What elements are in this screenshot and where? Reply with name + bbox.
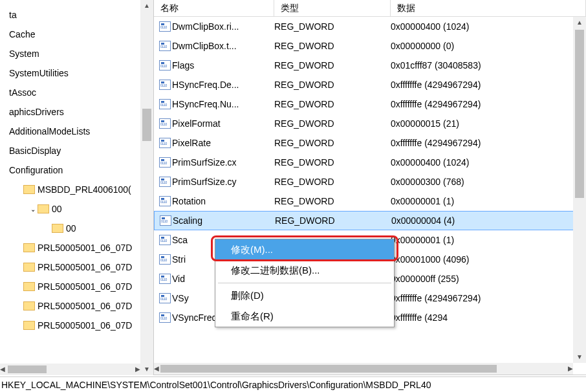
tree-item[interactable]: PRL50005001_06_07D: [0, 277, 140, 296]
cell-type: REG_DWORD: [274, 157, 391, 168]
cell-data: 0xfffffffe (4294967294): [391, 80, 586, 90]
ctx-modify-binary[interactable]: 修改二进制数据(B)...: [215, 260, 394, 281]
tree-label: SystemUtilities: [9, 68, 69, 78]
reg-dword-icon: [154, 157, 172, 168]
scroll-left-icon[interactable]: ◀: [0, 364, 5, 375]
tree-item[interactable]: SystemUtilities: [0, 63, 140, 83]
cell-data: 0x00000001 (1): [391, 196, 586, 206]
column-header[interactable]: 名称 类型 数据: [154, 0, 586, 17]
scroll-left-icon[interactable]: ◀: [154, 363, 159, 375]
folder-icon: [23, 282, 35, 291]
scroll-up-icon[interactable]: ▲: [144, 0, 150, 12]
cell-type: REG_DWORD: [274, 99, 391, 109]
tree-label: Cache: [9, 29, 35, 39]
tree-label: AdditionalModeLists: [9, 126, 90, 136]
tree-item[interactable]: MSBDD_PRL4006100(: [0, 180, 140, 199]
cell-type: REG_DWORD: [274, 177, 391, 187]
cell-data: 0x00001000 (4096): [391, 254, 586, 265]
scroll-down-icon[interactable]: ▼: [144, 364, 150, 375]
tree-item[interactable]: AdditionalModeLists: [0, 122, 140, 141]
scroll-right-icon[interactable]: ▶: [568, 363, 573, 375]
reg-dword-icon: [154, 274, 172, 284]
cell-type: REG_DWORD: [274, 196, 391, 206]
tree-item[interactable]: PRL50005001_06_07D: [0, 316, 140, 335]
tree-item[interactable]: PRL50005001_06_07D: [0, 238, 140, 257]
tree-label: 00: [52, 204, 62, 214]
reg-dword-icon: [155, 215, 173, 226]
ctx-modify[interactable]: 修改(M)...: [215, 239, 394, 260]
table-row[interactable]: PrimSurfSize.cyREG_DWORD0x00000300 (768): [154, 172, 586, 191]
table-row[interactable]: PrimSurfSize.cxREG_DWORD0x00000400 (1024…: [154, 153, 586, 172]
scroll-thumb[interactable]: [142, 109, 151, 141]
cell-data: 0x00000400 (1024): [391, 21, 586, 32]
table-row[interactable]: PixelFormatREG_DWORD0x00000015 (21): [154, 114, 586, 133]
table-row[interactable]: HSyncFreq.De...REG_DWORD0xfffffffe (4294…: [154, 75, 586, 94]
ctx-delete[interactable]: 删除(D): [215, 285, 394, 306]
tree-label: PRL50005001_06_07D: [38, 301, 132, 311]
tree-item[interactable]: PRL50005001_06_07D: [0, 257, 140, 277]
table-row[interactable]: HSyncFreq.Nu...REG_DWORD0xfffffffe (4294…: [154, 94, 586, 114]
col-data[interactable]: 数据: [391, 0, 586, 16]
reg-dword-icon: [154, 254, 172, 265]
col-name[interactable]: 名称: [154, 0, 274, 16]
tree-horizontal-scrollbar[interactable]: ◀ ▶: [0, 364, 140, 375]
cell-name: PixelRate: [172, 138, 274, 148]
folder-icon: [23, 243, 35, 252]
tree-label: MSBDD_PRL4006100(: [38, 184, 131, 195]
table-row[interactable]: DwmClipBox.t...REG_DWORD0x00000000 (0): [154, 36, 586, 56]
list-horizontal-scrollbar[interactable]: ◀ ▶: [154, 363, 573, 375]
tree-item[interactable]: ⌄00: [0, 199, 140, 219]
col-type[interactable]: 类型: [274, 0, 391, 16]
tree-label: PRL50005001_06_07D: [38, 320, 132, 331]
tree-item[interactable]: 00: [0, 219, 140, 238]
table-row[interactable]: FlagsREG_DWORD0x01cfff87 (30408583): [154, 56, 586, 75]
reg-dword-icon: [154, 196, 172, 206]
folder-icon: [38, 204, 49, 213]
tree-item[interactable]: Cache: [0, 25, 140, 44]
scroll-thumb[interactable]: [8, 365, 47, 373]
table-row[interactable]: ScalingREG_DWORD0x00000004 (4): [154, 211, 586, 230]
reg-dword-icon: [154, 41, 172, 51]
context-menu: 修改(M)... 修改二进制数据(B)... 删除(D) 重命名(R): [215, 239, 395, 327]
reg-dword-icon: [154, 118, 172, 129]
cell-data: 0x01cfff87 (30408583): [391, 60, 586, 71]
tree-vertical-scrollbar[interactable]: ▲ ▼: [140, 0, 153, 375]
list-vertical-scrollbar[interactable]: ▲ ▼: [573, 17, 586, 363]
cell-name: PrimSurfSize.cy: [172, 177, 274, 187]
ctx-separator: [218, 283, 391, 283]
folder-icon: [23, 185, 35, 194]
tree-label: 00: [66, 223, 76, 234]
tree-item[interactable]: BasicDisplay: [0, 141, 140, 160]
table-row[interactable]: PixelRateREG_DWORD0xfffffffe (4294967294…: [154, 133, 586, 153]
tree-label: PRL50005001_06_07D: [38, 262, 132, 272]
tree-item[interactable]: PRL50005001_06_07D: [0, 296, 140, 316]
ctx-rename[interactable]: 重命名(R): [215, 306, 394, 327]
cell-data: 0x00000015 (21): [391, 118, 586, 129]
reg-dword-icon: [154, 99, 172, 109]
folder-icon: [23, 321, 35, 330]
tree-item[interactable]: aphicsDrivers: [0, 102, 140, 122]
cell-name: PrimSurfSize.cx: [172, 157, 274, 168]
scroll-right-icon[interactable]: ▶: [135, 364, 140, 375]
scroll-down-icon[interactable]: ▼: [576, 351, 583, 363]
table-row[interactable]: RotationREG_DWORD0x00000001 (1): [154, 191, 586, 211]
reg-dword-icon: [154, 138, 172, 148]
tree-item[interactable]: ta: [0, 5, 140, 25]
cell-type: REG_DWORD: [274, 41, 391, 51]
tree-item[interactable]: System: [0, 44, 140, 63]
cell-type: REG_DWORD: [274, 118, 391, 129]
scroll-up-icon[interactable]: ▲: [576, 17, 583, 28]
collapse-icon[interactable]: ⌄: [28, 206, 38, 213]
cell-data: 0x000000ff (255): [391, 274, 586, 284]
tree-item[interactable]: Configuration: [0, 160, 140, 180]
tree-label: BasicDisplay: [9, 146, 61, 156]
tree-label: Configuration: [9, 165, 63, 175]
tree-item[interactable]: tAssoc: [0, 83, 140, 102]
table-row[interactable]: DwmClipBox.ri...REG_DWORD0x00000400 (102…: [154, 17, 586, 36]
scroll-thumb[interactable]: [575, 30, 584, 198]
folder-icon: [23, 263, 35, 272]
tree-body[interactable]: taCacheSystemSystemUtilitiestAssocaphics…: [0, 0, 140, 364]
tree-label: PRL50005001_06_07D: [38, 281, 132, 292]
scroll-thumb[interactable]: [160, 365, 497, 373]
tree-label: aphicsDrivers: [9, 107, 64, 117]
